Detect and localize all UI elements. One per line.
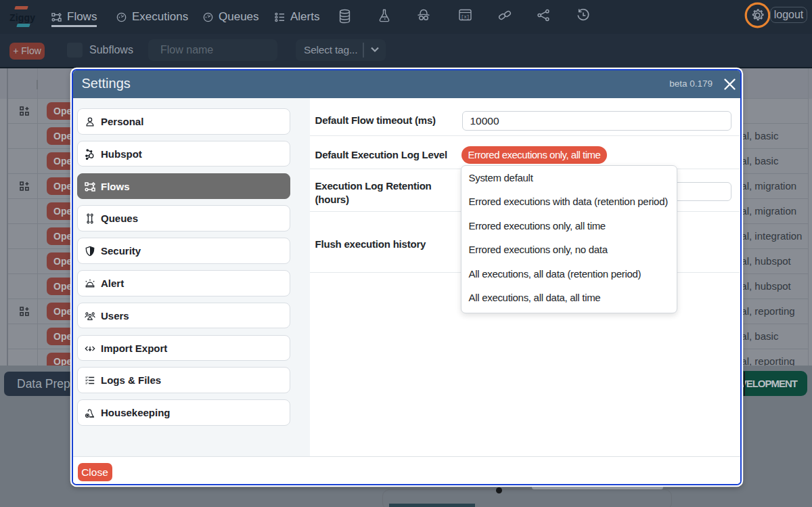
svg-text:[x]: [x] [461,14,470,20]
